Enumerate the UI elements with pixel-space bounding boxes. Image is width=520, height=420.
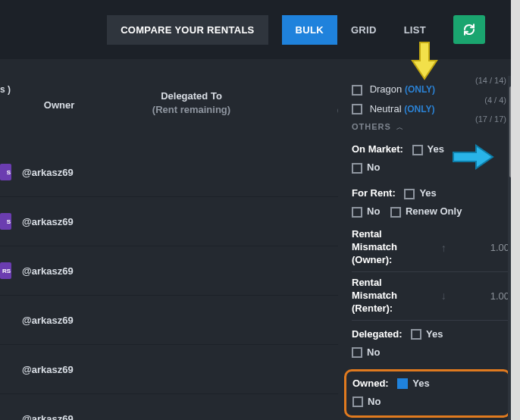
filter-label: Rental Mismatch (Renter):	[352, 277, 397, 315]
filter-label: Rental Mismatch (Owner):	[352, 228, 397, 267]
column-header-delegated[interactable]: Delegated To (Rent remaining)	[105, 76, 278, 148]
checkbox[interactable]	[352, 85, 362, 96]
filter-for-rent: For Rent: Yes No Renew Only	[352, 184, 509, 221]
filter-value: 1.00	[490, 290, 509, 302]
filter-label: For Rent:	[352, 187, 396, 199]
annotation-arrow-down	[409, 41, 440, 80]
checkbox-no[interactable]	[352, 396, 363, 407]
owner-handle[interactable]: @arkasz69	[22, 265, 74, 277]
filter-count: (17 / 17)	[475, 114, 506, 124]
arrow-up-icon: ↑	[441, 242, 446, 254]
column-header-label: Delegated To	[161, 90, 222, 102]
checkbox-yes[interactable]	[411, 329, 421, 340]
filter-label: Delegated:	[352, 328, 402, 340]
only-link[interactable]: (ONLY)	[404, 104, 434, 114]
row-badge: S	[0, 213, 11, 230]
filter-splinter-dragon[interactable]: (14 / 14) Dragon (ONLY)	[352, 83, 509, 96]
refresh-icon	[463, 24, 475, 36]
row-badge	[0, 410, 11, 420]
owner-handle[interactable]: @arkasz69	[22, 167, 74, 178]
page-scrollbar[interactable]	[511, 0, 520, 420]
column-header-sub: (Rent remaining)	[105, 103, 278, 117]
section-label: OTHERS	[352, 122, 391, 131]
option-label: No	[367, 161, 380, 173]
checkbox-renew[interactable]	[390, 207, 401, 218]
option-label: No	[367, 346, 380, 358]
filter-delegated: Delegated: Yes No	[352, 325, 509, 362]
filter-label: Dragon	[370, 83, 403, 95]
filter-owned: Owned: Yes No	[352, 375, 503, 411]
filter-count: (14 / 14)	[475, 76, 506, 85]
row-badge	[0, 361, 11, 378]
row-badge	[0, 312, 11, 328]
checkbox-no[interactable]	[352, 163, 362, 174]
view-grid-button[interactable]: GRID	[337, 15, 390, 45]
option-label: Yes	[428, 143, 444, 155]
checkbox-no[interactable]	[352, 347, 362, 358]
checkbox[interactable]	[352, 104, 362, 114]
filter-rental-mismatch-renter[interactable]: Rental Mismatch (Renter): ↓ 1.00	[352, 277, 509, 321]
filter-label: Owned:	[352, 378, 389, 389]
view-bulk-button[interactable]: BULK	[282, 15, 337, 45]
option-label: Renew Only	[406, 205, 462, 217]
view-list-button[interactable]: LIST	[390, 15, 440, 45]
checkbox-yes[interactable]	[397, 378, 408, 389]
option-label: No	[368, 396, 381, 407]
checkbox-yes[interactable]	[412, 145, 423, 155]
compare-rentals-button[interactable]: COMPARE YOUR RENTALS	[107, 15, 268, 45]
filter-rental-mismatch-owner[interactable]: Rental Mismatch (Owner): ↑ 1.00	[352, 228, 509, 272]
filter-label: Neutral	[370, 103, 402, 114]
top-toolbar: COMPARE YOUR RENTALS BULK GRID LIST	[0, 0, 520, 59]
row-badge: S	[0, 164, 11, 180]
owner-handle[interactable]: @arkasz69	[22, 216, 74, 227]
option-label: Yes	[426, 328, 443, 340]
filter-value: 1.00	[490, 242, 509, 253]
owner-handle[interactable]: @arkasz69	[22, 364, 74, 375]
option-label: Yes	[419, 187, 436, 199]
only-link[interactable]: (ONLY)	[405, 84, 435, 95]
arrow-down-icon: ↓	[441, 290, 446, 302]
annotation-owned-highlight: Owned: Yes No	[344, 369, 511, 418]
owner-handle[interactable]: @arkasz69	[22, 315, 74, 326]
column-header-fragment: s )	[0, 76, 14, 148]
checkbox-yes[interactable]	[404, 189, 415, 199]
owner-handle[interactable]: @arkasz69	[22, 413, 74, 421]
column-header-owner[interactable]: Owner	[14, 76, 105, 148]
filter-panel: (14 / 14) Dragon (ONLY) (4 / 4) Neutral …	[338, 76, 520, 420]
filter-splinter-neutral[interactable]: (4 / 4) Neutral (ONLY)	[352, 103, 509, 115]
filter-count: (4 / 4)	[484, 96, 506, 105]
others-section-header[interactable]: OTHERS ︿	[352, 122, 509, 133]
refresh-button[interactable]	[453, 15, 485, 44]
annotation-arrow-right	[452, 144, 494, 170]
chevron-up-icon: ︿	[396, 124, 404, 131]
option-label: Yes	[412, 378, 429, 389]
row-badge: RS	[0, 262, 11, 279]
option-label: No	[367, 205, 380, 217]
filter-label: On Market:	[352, 143, 403, 155]
checkbox-no[interactable]	[352, 207, 362, 218]
